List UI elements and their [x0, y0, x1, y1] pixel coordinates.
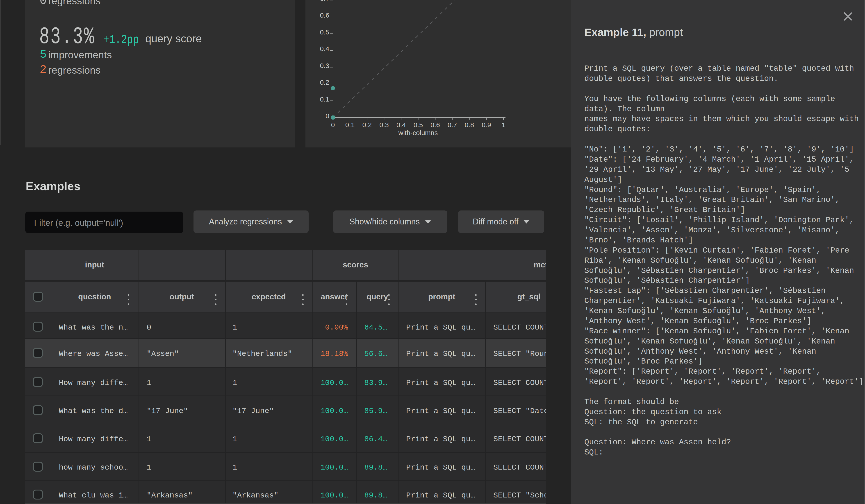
- svg-text:with-columns: with-columns: [398, 129, 438, 137]
- svg-text:0.2: 0.2: [362, 121, 372, 129]
- svg-text:0.3: 0.3: [379, 121, 389, 129]
- svg-text:0.1: 0.1: [320, 95, 329, 103]
- svg-text:0.4: 0.4: [396, 121, 406, 129]
- svg-text:1: 1: [501, 121, 506, 129]
- svg-text:0.5: 0.5: [414, 121, 423, 129]
- svg-text:0.1: 0.1: [345, 121, 355, 129]
- svg-text:0.3: 0.3: [320, 62, 329, 69]
- svg-text:0.8: 0.8: [465, 121, 474, 129]
- svg-text:0.7: 0.7: [448, 121, 457, 129]
- svg-text:0.6: 0.6: [430, 121, 440, 129]
- svg-text:0.5: 0.5: [320, 28, 329, 36]
- svg-text:0.2: 0.2: [320, 79, 329, 86]
- svg-text:0: 0: [325, 112, 329, 119]
- svg-text:0.7: 0.7: [320, 0, 329, 2]
- svg-text:0.6: 0.6: [320, 11, 329, 19]
- svg-text:0.4: 0.4: [320, 45, 329, 52]
- svg-text:0.9: 0.9: [482, 121, 491, 129]
- svg-text:0: 0: [331, 121, 335, 129]
